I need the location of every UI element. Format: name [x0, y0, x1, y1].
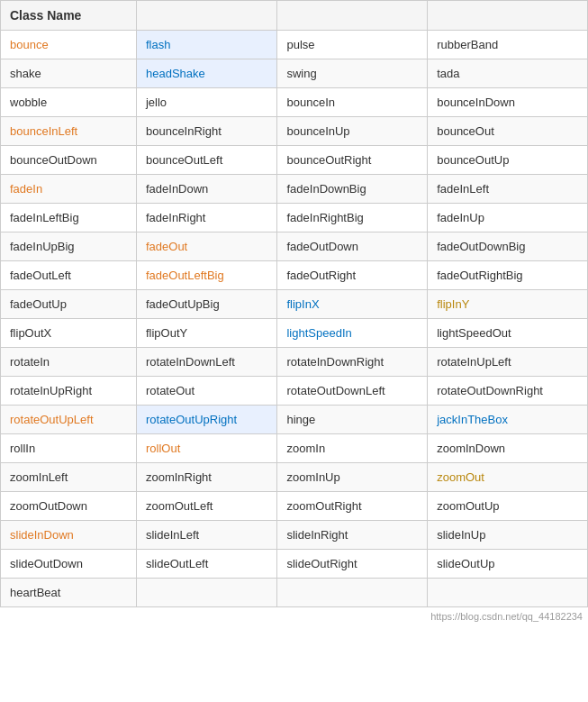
table-cell[interactable]: pulse [277, 31, 428, 59]
table-cell[interactable]: fadeInLeft [428, 175, 588, 204]
table-cell[interactable] [428, 579, 588, 607]
table-cell[interactable]: fadeOutUpBig [136, 290, 277, 319]
table-cell[interactable]: fadeOutDownBig [428, 232, 588, 261]
table-cell[interactable]: slideInDown [1, 521, 137, 550]
table-cell[interactable]: rubberBand [428, 31, 588, 59]
table-cell[interactable]: heartBeat [1, 579, 137, 607]
table-cell[interactable]: zoomInDown [428, 434, 588, 463]
table-cell[interactable]: bounceInLeft [1, 117, 137, 146]
table-cell[interactable]: fadeOutDown [277, 232, 428, 261]
table-cell[interactable]: fadeInLeftBig [1, 204, 137, 232]
table-row: fadeInfadeInDownfadeInDownBigfadeInLeft [1, 175, 588, 204]
table-cell[interactable]: zoomOutLeft [136, 492, 277, 521]
cell-text: zoomOutRight [286, 499, 361, 513]
table-cell[interactable]: rollOut [136, 434, 277, 463]
cell-text: wobble [10, 96, 47, 109]
table-row: zoomInLeftzoomInRightzoomInUpzoomOut [1, 463, 588, 492]
table-row: flipOutXflipOutYlightSpeedInlightSpeedOu… [1, 319, 588, 348]
cell-text: tada [437, 67, 459, 80]
table-cell[interactable]: rollIn [1, 434, 137, 463]
table-cell[interactable]: zoomIn [277, 434, 428, 463]
table-cell[interactable]: zoomOutUp [428, 492, 588, 521]
table-cell[interactable]: fadeOutLeft [1, 261, 137, 290]
table-cell[interactable]: jackInTheBox [428, 406, 588, 434]
table-row: fadeInLeftBigfadeInRightfadeInRightBigfa… [1, 204, 588, 232]
cell-text: shake [10, 67, 41, 80]
table-cell[interactable]: flipOutY [136, 319, 277, 348]
cell-text: lightSpeedIn [286, 326, 351, 340]
table-cell[interactable]: slideInLeft [136, 521, 277, 550]
table-cell[interactable]: bounceOutDown [1, 146, 137, 175]
table-cell[interactable]: slideOutDown [1, 550, 137, 579]
table-cell[interactable]: bounceInUp [277, 117, 428, 146]
table-cell[interactable]: slideInUp [428, 521, 588, 550]
table-cell[interactable]: rotateInDownLeft [136, 348, 277, 377]
table-cell[interactable]: rotateOutDownRight [428, 377, 588, 406]
table-cell[interactable]: flipInX [277, 290, 428, 319]
table-cell[interactable]: wobble [1, 88, 137, 117]
table-cell[interactable]: zoomOut [428, 463, 588, 492]
cell-text: fadeInRight [146, 211, 206, 224]
cell-text: fadeOutRight [286, 269, 356, 282]
table-cell[interactable]: bounceIn [277, 88, 428, 117]
table-cell[interactable]: slideOutLeft [136, 550, 277, 579]
table-cell[interactable]: fadeInUp [428, 204, 588, 232]
table-cell[interactable]: bounceOutLeft [136, 146, 277, 175]
table-cell[interactable]: fadeOutRight [277, 261, 428, 290]
table-cell[interactable]: zoomOutDown [1, 492, 137, 521]
table-cell[interactable]: lightSpeedIn [277, 319, 428, 348]
table-cell[interactable]: rotateIn [1, 348, 137, 377]
table-cell[interactable]: bounceOutUp [428, 146, 588, 175]
table-cell[interactable]: slideOutUp [428, 550, 588, 579]
cell-text: bounceInLeft [10, 124, 77, 138]
cell-text: zoomInDown [437, 442, 505, 455]
table-header-row: Class Name [1, 1, 588, 31]
table-cell[interactable]: flipInY [428, 290, 588, 319]
table-cell[interactable]: fadeInUpBig [1, 232, 137, 261]
table-cell[interactable]: lightSpeedOut [428, 319, 588, 348]
table-cell[interactable] [136, 579, 277, 607]
table-cell[interactable]: rotateInUpLeft [428, 348, 588, 377]
cell-text: fadeInUp [437, 211, 484, 224]
cell-text: bounceOutUp [437, 153, 509, 167]
table-cell[interactable]: rotateOutUpLeft [1, 406, 137, 434]
table-cell[interactable]: shake [1, 59, 137, 88]
table-cell[interactable]: fadeOut [136, 232, 277, 261]
table-cell[interactable]: rotateOutDownLeft [277, 377, 428, 406]
table-cell[interactable]: slideInRight [277, 521, 428, 550]
table-cell[interactable]: fadeInDownBig [277, 175, 428, 204]
table-cell[interactable]: zoomInUp [277, 463, 428, 492]
table-cell[interactable]: flash [136, 31, 277, 59]
table-cell[interactable]: fadeInRight [136, 204, 277, 232]
table-cell[interactable]: swing [277, 59, 428, 88]
cell-text: fadeOutDownBig [437, 240, 525, 253]
table-cell[interactable]: fadeOutRightBig [428, 261, 588, 290]
table-cell[interactable]: rotateInUpRight [1, 377, 137, 406]
table-cell[interactable]: fadeIn [1, 175, 137, 204]
table-cell[interactable]: flipOutX [1, 319, 137, 348]
table-cell[interactable]: zoomOutRight [277, 492, 428, 521]
table-cell[interactable]: jello [136, 88, 277, 117]
table-cell[interactable]: zoomInLeft [1, 463, 137, 492]
table-cell[interactable]: fadeInDown [136, 175, 277, 204]
cell-text: rotateOutUpLeft [10, 413, 94, 426]
table-cell[interactable]: fadeInRightBig [277, 204, 428, 232]
table-cell[interactable]: fadeOutUp [1, 290, 137, 319]
table-cell[interactable]: bounce [1, 31, 137, 59]
cell-text: zoomOut [437, 470, 484, 484]
table-cell[interactable]: headShake [136, 59, 277, 88]
table-cell[interactable]: bounceInRight [136, 117, 277, 146]
table-cell[interactable]: bounceInDown [428, 88, 588, 117]
table-cell[interactable] [277, 579, 428, 607]
table-cell[interactable]: rotateInDownRight [277, 348, 428, 377]
table-cell[interactable]: bounceOut [428, 117, 588, 146]
table-cell[interactable]: rotateOutUpRight [136, 406, 277, 434]
table-cell[interactable]: slideOutRight [277, 550, 428, 579]
cell-text: fadeIn [10, 182, 42, 196]
table-cell[interactable]: rotateOut [136, 377, 277, 406]
table-cell[interactable]: hinge [277, 406, 428, 434]
table-cell[interactable]: fadeOutLeftBig [136, 261, 277, 290]
table-cell[interactable]: tada [428, 59, 588, 88]
table-cell[interactable]: bounceOutRight [277, 146, 428, 175]
table-cell[interactable]: zoomInRight [136, 463, 277, 492]
